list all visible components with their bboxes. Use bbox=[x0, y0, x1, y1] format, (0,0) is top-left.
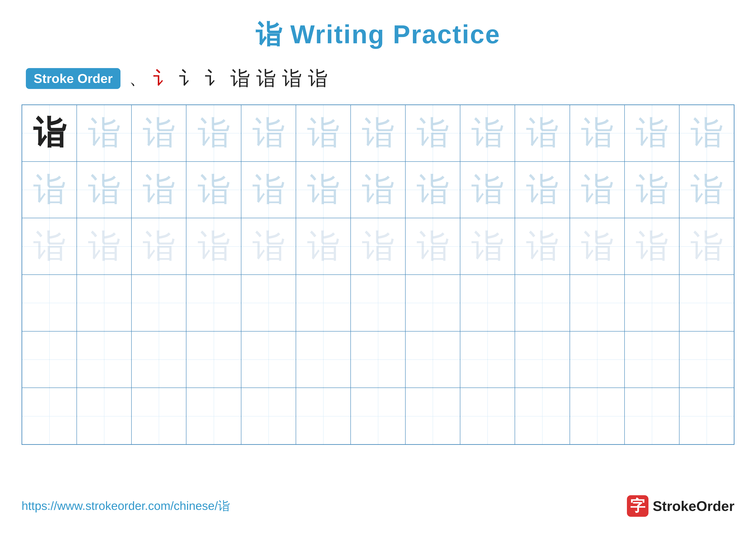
grid-cell[interactable]: 诣 bbox=[625, 105, 679, 162]
grid-cell[interactable] bbox=[296, 331, 351, 388]
grid-cell[interactable] bbox=[131, 331, 186, 388]
grid-cell[interactable] bbox=[351, 275, 405, 331]
footer-logo: 字 StrokeOrder bbox=[627, 495, 735, 517]
footer-url[interactable]: https://www.strokeorder.com/chinese/诣 bbox=[21, 498, 230, 514]
grid-cell[interactable]: 诣 bbox=[351, 218, 405, 275]
grid-cell[interactable] bbox=[351, 331, 405, 388]
stroke-4: 讠 bbox=[204, 65, 224, 91]
grid-cell[interactable]: 诣 bbox=[405, 105, 460, 162]
grid-cell[interactable]: 诣 bbox=[186, 218, 241, 275]
grid-cell[interactable]: 诣 bbox=[679, 162, 734, 218]
grid-cell[interactable] bbox=[77, 331, 131, 388]
grid-cell[interactable]: 诣 bbox=[460, 162, 515, 218]
grid-cell[interactable] bbox=[679, 275, 734, 331]
cell-character: 诣 bbox=[362, 168, 394, 212]
grid-cell[interactable] bbox=[570, 331, 625, 388]
grid-cell[interactable]: 诣 bbox=[131, 105, 186, 162]
grid-cell[interactable]: 诣 bbox=[570, 105, 625, 162]
grid-cell[interactable] bbox=[351, 388, 405, 445]
grid-cell[interactable] bbox=[186, 388, 241, 445]
grid-cell[interactable] bbox=[515, 388, 570, 445]
grid-cell[interactable]: 诣 bbox=[77, 162, 131, 218]
logo-char: 字 bbox=[630, 496, 645, 516]
grid-cell[interactable] bbox=[405, 388, 460, 445]
grid-cell[interactable]: 诣 bbox=[515, 105, 570, 162]
grid-cell[interactable]: 诣 bbox=[515, 218, 570, 275]
cell-character: 诣 bbox=[417, 111, 449, 155]
grid-cell[interactable] bbox=[22, 331, 77, 388]
grid-cell[interactable] bbox=[22, 388, 77, 445]
grid-cell[interactable]: 诣 bbox=[241, 218, 296, 275]
grid-cell[interactable] bbox=[131, 388, 186, 445]
grid-cell[interactable]: 诣 bbox=[351, 162, 405, 218]
grid-cell[interactable] bbox=[515, 331, 570, 388]
grid-cell[interactable] bbox=[241, 331, 296, 388]
grid-cell[interactable]: 诣 bbox=[22, 162, 77, 218]
grid-cell[interactable]: 诣 bbox=[351, 105, 405, 162]
grid-cell[interactable]: 诣 bbox=[679, 105, 734, 162]
grid-cell[interactable]: 诣 bbox=[570, 218, 625, 275]
grid-cell[interactable]: 诣 bbox=[22, 105, 77, 162]
page-title: 诣 Writing Practice bbox=[21, 17, 735, 52]
grid-cell[interactable]: 诣 bbox=[22, 218, 77, 275]
grid-cell[interactable]: 诣 bbox=[679, 218, 734, 275]
grid-cell[interactable]: 诣 bbox=[241, 105, 296, 162]
grid-cell[interactable] bbox=[22, 275, 77, 331]
grid-cell[interactable]: 诣 bbox=[77, 105, 131, 162]
grid-cell[interactable]: 诣 bbox=[570, 162, 625, 218]
grid-cell[interactable] bbox=[625, 275, 679, 331]
grid-cell[interactable]: 诣 bbox=[515, 162, 570, 218]
grid-cell[interactable]: 诣 bbox=[460, 105, 515, 162]
cell-character: 诣 bbox=[33, 225, 66, 268]
grid-cell[interactable] bbox=[296, 275, 351, 331]
grid-cell[interactable]: 诣 bbox=[296, 218, 351, 275]
grid-cell[interactable]: 诣 bbox=[77, 218, 131, 275]
grid-cell[interactable] bbox=[625, 388, 679, 445]
grid-cell[interactable] bbox=[460, 388, 515, 445]
grid-cell[interactable] bbox=[679, 388, 734, 445]
cell-character: 诣 bbox=[198, 225, 230, 268]
grid-cell[interactable] bbox=[186, 331, 241, 388]
cell-character: 诣 bbox=[307, 168, 339, 212]
grid-cell[interactable] bbox=[296, 388, 351, 445]
cell-character: 诣 bbox=[417, 168, 449, 212]
grid-cell[interactable] bbox=[679, 331, 734, 388]
cell-character: 诣 bbox=[690, 225, 723, 268]
grid-cell[interactable] bbox=[460, 275, 515, 331]
grid-cell[interactable]: 诣 bbox=[625, 162, 679, 218]
stroke-order-badge[interactable]: Stroke Order bbox=[26, 68, 121, 89]
grid-cell[interactable] bbox=[460, 331, 515, 388]
cell-character: 诣 bbox=[307, 225, 339, 268]
grid-cell[interactable]: 诣 bbox=[296, 105, 351, 162]
stroke-1: 、 bbox=[129, 67, 146, 90]
grid-cell[interactable]: 诣 bbox=[625, 218, 679, 275]
grid-cell[interactable] bbox=[186, 275, 241, 331]
grid-cell[interactable] bbox=[241, 388, 296, 445]
cell-character: 诣 bbox=[636, 225, 668, 268]
grid-cell[interactable]: 诣 bbox=[460, 218, 515, 275]
grid-cell[interactable] bbox=[77, 388, 131, 445]
grid-cell[interactable]: 诣 bbox=[241, 162, 296, 218]
grid-cell[interactable]: 诣 bbox=[405, 162, 460, 218]
grid-cell[interactable]: 诣 bbox=[186, 162, 241, 218]
grid-cell[interactable]: 诣 bbox=[296, 162, 351, 218]
cell-character: 诣 bbox=[362, 111, 394, 155]
grid-cell[interactable] bbox=[241, 275, 296, 331]
grid-cell[interactable] bbox=[570, 275, 625, 331]
grid-cell[interactable] bbox=[131, 275, 186, 331]
cell-character: 诣 bbox=[88, 168, 120, 212]
grid-cell[interactable] bbox=[625, 331, 679, 388]
cell-character: 诣 bbox=[88, 111, 120, 155]
cell-character: 诣 bbox=[252, 111, 285, 155]
grid-cell[interactable] bbox=[515, 275, 570, 331]
cell-character: 诣 bbox=[581, 111, 613, 155]
stroke-sequence: 、 讠 讠 讠 诣 诣 诣 诣 bbox=[129, 65, 327, 91]
grid-cell[interactable] bbox=[405, 331, 460, 388]
grid-cell[interactable] bbox=[77, 275, 131, 331]
grid-cell[interactable]: 诣 bbox=[405, 218, 460, 275]
grid-cell[interactable] bbox=[405, 275, 460, 331]
grid-cell[interactable]: 诣 bbox=[186, 105, 241, 162]
grid-cell[interactable]: 诣 bbox=[131, 218, 186, 275]
grid-cell[interactable]: 诣 bbox=[131, 162, 186, 218]
grid-cell[interactable] bbox=[570, 388, 625, 445]
